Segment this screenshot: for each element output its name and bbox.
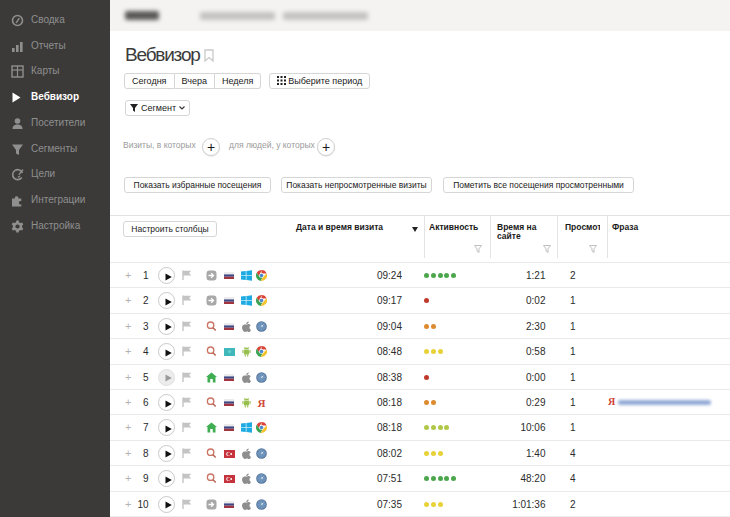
svg-text:Я: Я (258, 397, 266, 408)
